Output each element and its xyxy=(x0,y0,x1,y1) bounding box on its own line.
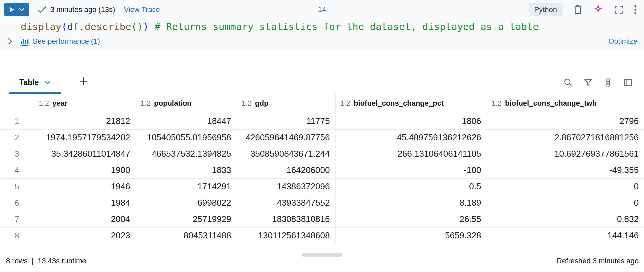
cell[interactable]: 26.55 xyxy=(335,211,487,227)
cell[interactable]: 21812 xyxy=(34,113,136,129)
code-token: describe xyxy=(85,21,131,32)
cell[interactable]: 18447 xyxy=(136,113,237,129)
row-index: 6 xyxy=(0,195,34,211)
cell[interactable]: 130112561348608 xyxy=(237,227,335,244)
cell[interactable]: 1806 xyxy=(335,113,487,129)
cell[interactable]: 1900 xyxy=(34,162,136,178)
cell[interactable]: 2004 xyxy=(34,211,136,227)
column-header-gdp[interactable]: 1.2gdp xyxy=(237,94,335,113)
table-row: 8202380453114881301125613486085659.32814… xyxy=(0,227,644,244)
table-row: 720042571992918308381081626.550.832 xyxy=(0,211,644,227)
cell[interactable]: -0.5 xyxy=(335,178,487,195)
chevron-right-icon[interactable] xyxy=(8,38,12,45)
cell[interactable]: -100 xyxy=(335,162,487,178)
play-icon xyxy=(9,6,15,13)
columns-icon xyxy=(604,78,613,87)
row-index: 8 xyxy=(0,227,34,244)
code-token: ) xyxy=(137,21,143,32)
column-header-population[interactable]: 1.2population xyxy=(136,94,237,113)
add-visualization-button[interactable] xyxy=(76,74,91,88)
cell[interactable]: 14386372096 xyxy=(237,178,335,195)
trash-icon xyxy=(573,5,582,14)
row-index: 7 xyxy=(0,211,34,227)
row-index: 5 xyxy=(0,178,34,195)
success-check-icon xyxy=(37,6,46,13)
see-performance-link[interactable]: See performance (1) xyxy=(33,37,100,46)
horizontal-scrollbar-thumb[interactable] xyxy=(302,253,342,257)
cell[interactable]: 183083810816 xyxy=(237,211,335,227)
table-actions xyxy=(564,78,633,87)
cell[interactable]: 45.489759136212626 xyxy=(335,129,487,146)
cell[interactable]: 6998022 xyxy=(136,195,237,211)
cell[interactable]: 11775 xyxy=(237,113,335,129)
cell[interactable]: 426059641469.87756 xyxy=(237,129,335,146)
cell[interactable]: 0.832 xyxy=(487,211,644,227)
numeric-type-icon: 1.2 xyxy=(242,99,252,107)
row-index: 4 xyxy=(0,162,34,178)
filter-button[interactable] xyxy=(584,78,593,87)
language-selector[interactable]: Python xyxy=(529,3,563,16)
side-panel-icon xyxy=(624,78,633,87)
columns-button[interactable] xyxy=(604,78,613,87)
cell-toolbar: 3 minutes ago (13s) View Trace 14 Python xyxy=(0,0,644,19)
cell[interactable]: 35.34286011014847 xyxy=(34,146,136,162)
cell[interactable]: 8045311488 xyxy=(136,227,237,244)
code-token: df xyxy=(67,21,79,32)
side-panel-button[interactable] xyxy=(624,78,633,87)
bar-chart-icon xyxy=(20,37,29,46)
cell[interactable]: 1714291 xyxy=(136,178,237,195)
view-trace-link[interactable]: View Trace xyxy=(124,5,160,14)
cell[interactable]: 0 xyxy=(487,178,644,195)
search-icon xyxy=(564,78,573,87)
last-run-status: 3 minutes ago (13s) xyxy=(50,5,115,14)
numeric-type-icon: 1.2 xyxy=(39,99,49,107)
cell[interactable]: -49.355 xyxy=(487,162,644,178)
cell-menu-button[interactable] xyxy=(634,5,637,15)
tab-table[interactable]: Table xyxy=(9,73,61,94)
cell[interactable]: 1946 xyxy=(34,178,136,195)
optimize-link[interactable]: Optimize xyxy=(608,37,637,46)
cell[interactable]: 5659.328 xyxy=(335,227,487,244)
numeric-type-icon: 1.2 xyxy=(340,99,351,107)
cell[interactable]: 266.13106406141105 xyxy=(335,146,487,162)
cell[interactable]: 3508590843671.244 xyxy=(237,146,335,162)
cell[interactable]: 105405055.01956958 xyxy=(136,129,237,146)
filter-icon xyxy=(584,78,593,87)
cell[interactable]: 8.189 xyxy=(335,195,487,211)
column-name: gdp xyxy=(255,99,268,107)
cell[interactable]: 144.146 xyxy=(487,227,644,244)
notebook-cell-header: 3 minutes ago (13s) View Trace 14 Python xyxy=(0,0,644,49)
ai-assistant-button[interactable] xyxy=(593,4,603,15)
table-row: 51946171429114386372096-0.50 xyxy=(0,178,644,195)
table-row: 335.34286011014847466537532.139482535085… xyxy=(0,146,644,162)
column-name: biofuel_cons_change_pct xyxy=(354,99,444,107)
code-token: . xyxy=(79,21,85,32)
cell[interactable]: 2023 xyxy=(34,227,136,244)
column-header-biofuel_cons_change_twh[interactable]: 1.2biofuel_cons_change_twh xyxy=(487,94,644,113)
code-line[interactable]: display(df.describe()) # Returns summary… xyxy=(0,19,644,35)
cell[interactable]: 10.692769377861561 xyxy=(487,146,644,162)
run-cell-button[interactable] xyxy=(4,3,29,16)
row-number-header xyxy=(0,94,34,113)
cell[interactable]: 0 xyxy=(487,195,644,211)
cell[interactable]: 1833 xyxy=(136,162,237,178)
column-header-biofuel_cons_change_pct[interactable]: 1.2biofuel_cons_change_pct xyxy=(335,94,487,113)
table-row: 419001833164206000-100-49.355 xyxy=(0,162,644,178)
cell[interactable]: 164206000 xyxy=(237,162,335,178)
cell[interactable]: 25719929 xyxy=(136,211,237,227)
row-count-runtime: 8 rows | 13.43s runtime xyxy=(6,257,86,265)
chevron-down-icon[interactable] xyxy=(44,81,51,85)
expand-cell-button[interactable] xyxy=(614,5,623,14)
chevron-down-icon[interactable] xyxy=(19,8,24,11)
cell[interactable]: 43933847552 xyxy=(237,195,335,211)
performance-row: See performance (1) Optimize xyxy=(0,35,644,49)
delete-cell-button[interactable] xyxy=(573,5,582,14)
cell[interactable]: 1974.1957179534202 xyxy=(34,129,136,146)
column-header-year[interactable]: 1.2year xyxy=(34,94,136,113)
cell[interactable]: 2.8670271816881256 xyxy=(487,129,644,146)
cell[interactable]: 2796 xyxy=(487,113,644,129)
cell[interactable]: 466537532.1394825 xyxy=(136,146,237,162)
search-button[interactable] xyxy=(564,78,573,87)
table-row: 121812184471177518062796 xyxy=(0,113,644,129)
cell[interactable]: 1984 xyxy=(34,195,136,211)
